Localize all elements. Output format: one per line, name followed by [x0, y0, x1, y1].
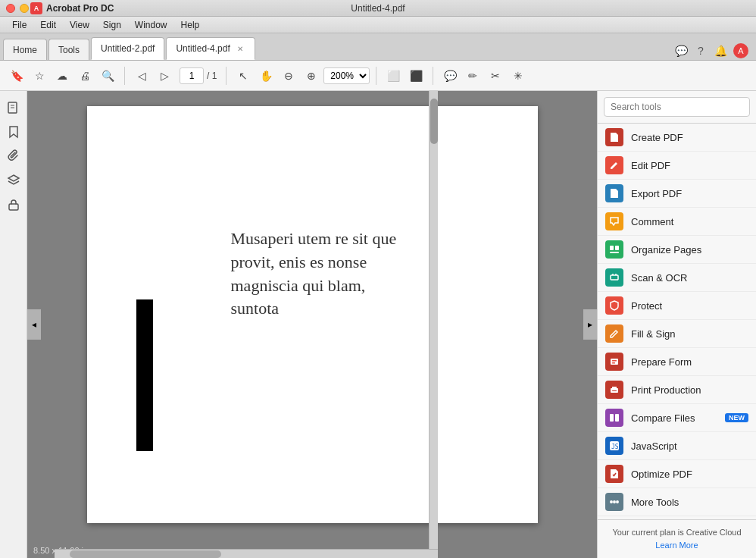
- tool-item-print-production[interactable]: Print Production: [598, 376, 756, 404]
- svg-rect-6: [615, 246, 619, 250]
- edit-pdf-label: Edit PDF: [631, 160, 670, 171]
- tab-doc1[interactable]: Untitled-2.pdf: [91, 37, 164, 60]
- svg-text:JS: JS: [611, 444, 619, 450]
- sidebar-security-icon[interactable]: [3, 194, 24, 215]
- menu-item-sign[interactable]: Sign: [97, 18, 127, 32]
- more-tools-icon: [605, 493, 623, 511]
- print-production-label: Print Production: [631, 384, 701, 396]
- zoom-out-btn[interactable]: ⊖: [278, 65, 299, 86]
- fit-width-button[interactable]: ⬛: [405, 65, 426, 86]
- next-page-button[interactable]: ▷: [154, 65, 175, 86]
- pdf-black-bar: [136, 299, 153, 451]
- sidebar-bookmark-icon[interactable]: [3, 121, 24, 143]
- tool-item-export-pdf[interactable]: Export PDF: [598, 180, 756, 208]
- star-icon[interactable]: ☆: [29, 65, 50, 86]
- comment-tool-button[interactable]: 💬: [439, 65, 461, 86]
- tab-close-button[interactable]: ✕: [235, 43, 245, 54]
- zoom-out-icon[interactable]: 🔍: [97, 65, 118, 86]
- scroll-right-arrow[interactable]: ▸: [583, 309, 597, 340]
- tools-list: Create PDFEdit PDFExport PDFCommentOrgan…: [598, 124, 756, 519]
- tool-item-scan-ocr[interactable]: Scan & OCR: [598, 264, 756, 292]
- svg-rect-16: [610, 414, 614, 422]
- sidebar-attach-icon[interactable]: [3, 146, 24, 167]
- fill-sign-icon: [605, 324, 623, 343]
- learn-more-link[interactable]: Learn More: [655, 541, 698, 550]
- svg-rect-8: [611, 275, 618, 280]
- svg-rect-17: [615, 414, 619, 422]
- svg-rect-11: [611, 359, 618, 365]
- search-tools-input[interactable]: [604, 97, 750, 117]
- fit-page-button[interactable]: ⬜: [383, 65, 404, 86]
- right-panel: Create PDFEdit PDFExport PDFCommentOrgan…: [597, 91, 756, 558]
- tool-item-create-pdf[interactable]: Create PDF: [598, 124, 756, 152]
- svg-rect-7: [610, 252, 619, 253]
- print-icon[interactable]: 🖨: [74, 65, 95, 86]
- app-icon: A: [30, 2, 42, 14]
- tool-item-edit-pdf[interactable]: Edit PDF: [598, 152, 756, 180]
- fill-sign-label: Fill & Sign: [631, 328, 676, 340]
- user-icon[interactable]: A: [733, 43, 748, 58]
- minimize-button[interactable]: [20, 4, 29, 13]
- sidebar-pages-icon[interactable]: [3, 97, 24, 118]
- more-tools-label: More Tools: [631, 497, 679, 508]
- menu-item-help[interactable]: Help: [175, 18, 206, 32]
- tab-tools[interactable]: Tools: [48, 39, 89, 60]
- comment-label: Comment: [631, 216, 673, 227]
- window-title: Untitled-4.pdf: [351, 3, 405, 14]
- tool-item-organize-pages[interactable]: Organize Pages: [598, 236, 756, 264]
- view-tools-group: ⬜ ⬛: [383, 65, 426, 86]
- pdf-body-text: Musaperi utem re sit que provit, enis es…: [231, 227, 413, 321]
- nav-toolbar-group: 🔖 ☆ ☁ 🖨 🔍: [6, 65, 118, 86]
- tool-item-javascript[interactable]: JSJavaScript: [598, 432, 756, 460]
- divider-1: [124, 67, 125, 85]
- highlight-tool-button[interactable]: ✏: [462, 65, 483, 86]
- tool-item-fill-sign[interactable]: Fill & Sign: [598, 320, 756, 348]
- vertical-scrollbar[interactable]: [429, 91, 438, 549]
- menu-item-window[interactable]: Window: [129, 18, 173, 32]
- left-sidebar: [0, 91, 27, 558]
- tab-doc2[interactable]: Untitled-4.pdf ✕: [166, 37, 255, 60]
- horizontal-scroll-thumb[interactable]: [70, 550, 221, 558]
- svg-rect-12: [612, 360, 617, 362]
- prepare-form-icon: [605, 353, 623, 371]
- sidebar-layers-icon[interactable]: [3, 170, 24, 191]
- zoom-in-btn[interactable]: ⊕: [301, 65, 322, 86]
- tool-item-comment[interactable]: Comment: [598, 208, 756, 236]
- hand-tool-button[interactable]: ✋: [255, 65, 276, 86]
- tool-item-more-tools[interactable]: More Tools: [598, 488, 756, 516]
- document-area[interactable]: ◂ Musaperi utem re sit que provit, enis …: [27, 91, 597, 558]
- tool-item-prepare-form[interactable]: Prepare Form: [598, 348, 756, 376]
- page-nav-group: ◁ ▷ / 1: [131, 65, 220, 86]
- notification-icon[interactable]: 🔔: [714, 44, 727, 58]
- select-tool-button[interactable]: ↖: [233, 65, 254, 86]
- chat-icon[interactable]: 💬: [674, 44, 688, 58]
- zoom-select[interactable]: 200% 100% 150% 75%: [323, 67, 370, 84]
- protect-icon: [605, 296, 623, 315]
- help-icon[interactable]: ?: [694, 44, 708, 58]
- prev-page-button[interactable]: ◁: [131, 65, 152, 86]
- scroll-left-arrow[interactable]: ◂: [27, 309, 41, 340]
- close-button[interactable]: [6, 4, 15, 13]
- tab-home[interactable]: Home: [3, 39, 47, 60]
- stamp-tool-button[interactable]: ✳: [508, 65, 529, 86]
- tab-right-icons: 💬 ? 🔔 A: [674, 43, 756, 60]
- menu-item-file[interactable]: File: [6, 18, 33, 32]
- vertical-scroll-thumb[interactable]: [430, 99, 438, 144]
- comment-tools-group: 💬 ✏ ✂ ✳: [439, 65, 529, 86]
- tool-item-compare-files[interactable]: Compare FilesNEW: [598, 404, 756, 432]
- divider-4: [433, 67, 433, 85]
- pdf-page: Musaperi utem re sit que provit, enis es…: [87, 106, 538, 523]
- page-number-input[interactable]: [180, 67, 204, 84]
- menu-item-edit[interactable]: Edit: [34, 18, 62, 32]
- bookmark-icon[interactable]: 🔖: [6, 65, 27, 86]
- page-nav: / 1: [180, 67, 217, 84]
- cloud-icon[interactable]: ☁: [52, 65, 73, 86]
- markup-tool-button[interactable]: ✂: [485, 65, 506, 86]
- cursor-tools-group: ↖ ✋ ⊖ ⊕ 200% 100% 150% 75%: [233, 65, 370, 86]
- tool-item-optimize-pdf[interactable]: Optimize PDF: [598, 460, 756, 488]
- menu-item-view[interactable]: View: [64, 18, 95, 32]
- horizontal-scrollbar[interactable]: [55, 549, 438, 558]
- svg-rect-5: [610, 246, 614, 250]
- title-bar: A Acrobat Pro DC Untitled-4.pdf: [0, 0, 756, 17]
- tool-item-protect[interactable]: Protect: [598, 292, 756, 320]
